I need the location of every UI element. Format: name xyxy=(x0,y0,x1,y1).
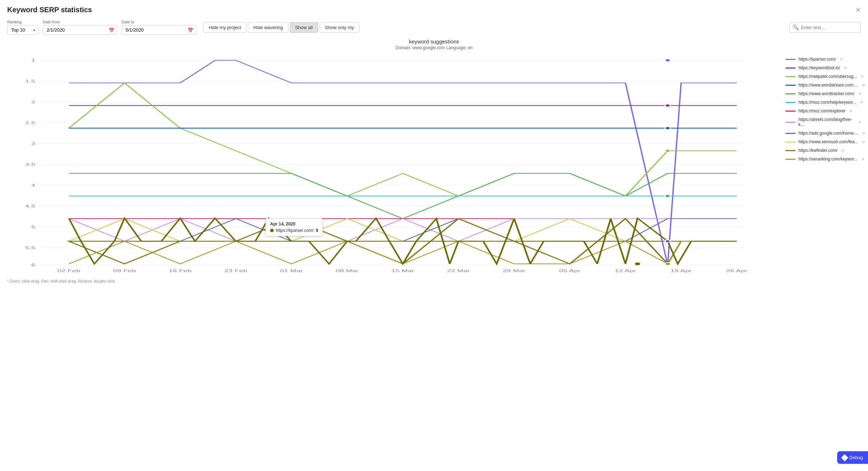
legend-url[interactable]: https://www.wordstream.com.... xyxy=(798,83,858,88)
hide-wavering-button[interactable]: Hide wavering xyxy=(248,22,288,33)
line-chart[interactable]: 1 1.5 2 2.5 3 3.5 4 4.5 5 5.5 6 02 Feb 0… xyxy=(7,53,778,276)
svg-point-40 xyxy=(665,195,670,197)
svg-text:08 Mar: 08 Mar xyxy=(336,269,359,273)
external-link-icon: ↗ xyxy=(840,57,843,61)
external-link-icon: ↗ xyxy=(861,157,864,161)
external-link-icon: ↗ xyxy=(841,149,844,153)
chart-main[interactable]: 1 1.5 2 2.5 3 3.5 4 4.5 5 5.5 6 02 Feb 0… xyxy=(7,53,778,277)
svg-text:3.5: 3.5 xyxy=(25,162,36,167)
svg-text:1: 1 xyxy=(31,58,35,62)
legend-item[interactable]: https://seranking.com/keywor... ↗ xyxy=(786,157,861,162)
search-icon: 🔍 xyxy=(793,24,799,30)
legend-color-line xyxy=(786,159,796,160)
svg-text:15 Mar: 15 Mar xyxy=(391,269,415,273)
date-from-label: Date from xyxy=(43,20,117,24)
legend-item[interactable]: https://keywordtool.io/ ↗ xyxy=(786,65,861,70)
external-link-icon: ↗ xyxy=(858,92,861,96)
svg-text:26 Apr: 26 Apr xyxy=(726,269,747,273)
ranking-field: Ranking Top 10 Top 3 Top 5 Top 20 Top 50… xyxy=(7,20,38,35)
chart-title: keyword suggestions xyxy=(7,38,861,45)
page-header: Keyword SERP statistics ✕ xyxy=(0,0,868,18)
chart-hint: * Zoom: click-drag, Pan: shift-click-dra… xyxy=(0,277,868,285)
chart-container: 1 1.5 2 2.5 3 3.5 4 4.5 5 5.5 6 02 Feb 0… xyxy=(7,53,861,277)
date-to-label: Date to xyxy=(122,20,196,24)
date-to-input[interactable] xyxy=(122,25,196,35)
date-to-wrapper: 📅 xyxy=(122,25,196,35)
svg-text:6: 6 xyxy=(31,263,35,267)
legend-url[interactable]: https://keywordtool.io/ xyxy=(798,65,840,70)
legend-color-line xyxy=(786,85,796,86)
external-link-icon: ↗ xyxy=(862,83,865,87)
svg-text:05 Apr: 05 Apr xyxy=(559,269,581,273)
legend-color-line xyxy=(786,122,796,123)
svg-point-37 xyxy=(665,104,670,107)
legend-color-line xyxy=(786,133,796,134)
legend-url[interactable]: https://moz.com/help/keywor... xyxy=(798,100,856,105)
legend-url[interactable]: https://www.semrush.com/fea... xyxy=(798,139,858,144)
legend-item[interactable]: https://www.wordtracker.com/ ↗ xyxy=(786,91,861,96)
legend-color-line xyxy=(786,111,796,112)
legend-url[interactable]: https://www.wordtracker.com/ xyxy=(798,91,854,96)
chart-area: keyword suggestions Domain: www.google.c… xyxy=(0,38,868,277)
legend-color-line xyxy=(786,93,796,94)
svg-text:22 Mar: 22 Mar xyxy=(447,269,470,273)
svg-text:16 Feb: 16 Feb xyxy=(169,269,192,273)
external-link-icon: ↗ xyxy=(862,131,865,135)
svg-point-39 xyxy=(665,127,670,130)
page-title: Keyword SERP statistics xyxy=(7,6,92,14)
show-only-my-button[interactable]: Show only my xyxy=(320,22,359,33)
svg-text:12 Apr: 12 Apr xyxy=(615,269,636,273)
external-link-icon: ↗ xyxy=(849,109,852,113)
legend-url[interactable]: https://ads.google.com/home.... xyxy=(798,131,858,136)
legend-url[interactable]: https://kparser.com/ xyxy=(798,57,836,62)
svg-point-35 xyxy=(634,262,641,266)
legend-item[interactable]: https://www.wordstream.com.... ↗ xyxy=(786,83,861,88)
svg-point-36 xyxy=(665,59,670,62)
hide-project-button[interactable]: Hide my project xyxy=(203,22,246,33)
svg-text:09 Feb: 09 Feb xyxy=(113,269,136,273)
legend-url[interactable]: https://neilpatel.com/ubersug... xyxy=(798,74,857,79)
ranking-label: Ranking xyxy=(7,20,38,24)
legend-url[interactable]: https://kwfinder.com/ xyxy=(798,148,838,153)
svg-text:19 Apr: 19 Apr xyxy=(670,269,692,273)
legend-color-line xyxy=(786,59,796,60)
legend-color-line xyxy=(786,141,796,143)
chart-subtitle: Domain: www.google.com Language: en xyxy=(7,45,861,50)
svg-text:4: 4 xyxy=(31,183,35,187)
legend-url[interactable]: https://ahrefs.com/blog/free-k... xyxy=(798,117,854,127)
legend-color-line xyxy=(786,76,796,77)
legend-item[interactable]: https://moz.com/help/keywor... ↗ xyxy=(786,100,861,105)
legend-color-line xyxy=(786,150,796,151)
external-link-icon: ↗ xyxy=(844,66,846,70)
legend-url[interactable]: https://moz.com/explorer xyxy=(798,108,845,113)
date-from-input[interactable] xyxy=(43,25,117,35)
svg-point-41 xyxy=(665,240,670,243)
legend-url[interactable]: https://seranking.com/keywor... xyxy=(798,157,858,162)
legend-item[interactable]: https://moz.com/explorer ↗ xyxy=(786,108,861,113)
date-from-field: Date from 📅 xyxy=(43,20,117,35)
legend-item[interactable]: https://neilpatel.com/ubersug... ↗ xyxy=(786,74,861,79)
search-input[interactable] xyxy=(789,22,861,33)
svg-text:2: 2 xyxy=(31,100,35,104)
legend-item[interactable]: https://kparser.com/ ↗ xyxy=(786,57,861,62)
svg-text:5: 5 xyxy=(31,225,35,229)
svg-text:23 Feb: 23 Feb xyxy=(225,269,247,273)
svg-text:02 Feb: 02 Feb xyxy=(57,269,80,273)
svg-text:4.5: 4.5 xyxy=(25,204,36,208)
legend-item[interactable]: https://ads.google.com/home.... ↗ xyxy=(786,131,861,136)
svg-text:5.5: 5.5 xyxy=(25,246,36,250)
legend-color-line xyxy=(786,102,796,103)
svg-text:3: 3 xyxy=(31,141,35,146)
legend-item[interactable]: https://ahrefs.com/blog/free-k... ↗ xyxy=(786,117,861,127)
show-all-button[interactable]: Show all xyxy=(290,22,318,33)
legend-item[interactable]: https://www.semrush.com/fea... ↗ xyxy=(786,139,861,144)
chart-legend: https://kparser.com/ ↗ https://keywordto… xyxy=(778,57,861,277)
search-wrapper: 🔍 xyxy=(789,22,861,33)
legend-item[interactable]: https://kwfinder.com/ ↗ xyxy=(786,148,861,153)
ranking-select[interactable]: Top 10 Top 3 Top 5 Top 20 Top 50 Top 100 xyxy=(7,25,38,35)
filter-buttons: Hide my project Hide wavering Show all S… xyxy=(203,22,359,33)
svg-text:01 Mar: 01 Mar xyxy=(280,269,303,273)
date-from-wrapper: 📅 xyxy=(43,25,117,35)
close-button[interactable]: ✕ xyxy=(855,6,861,14)
svg-text:1.5: 1.5 xyxy=(25,79,36,83)
